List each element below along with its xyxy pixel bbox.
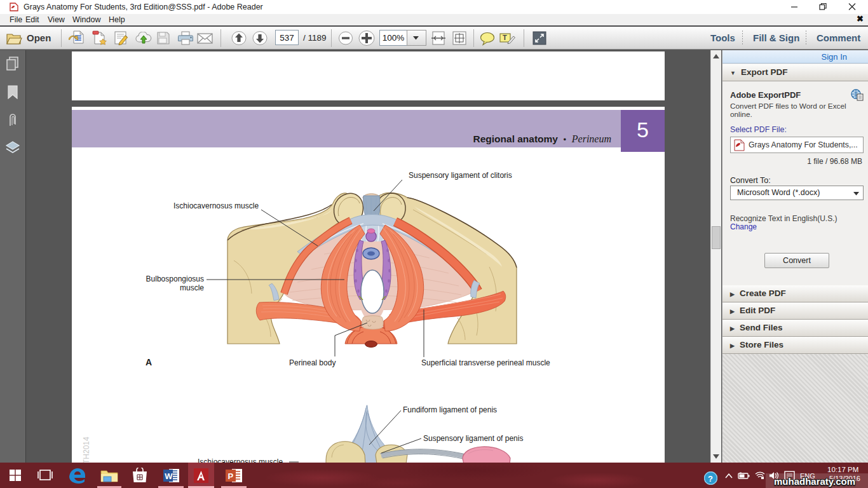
svg-text:muscle: muscle [180,283,204,292]
svg-text:Bulbospongiosus: Bulbospongiosus [146,274,204,283]
svg-text:Ischiocavernosus muscle: Ischiocavernosus muscle [198,458,283,463]
svg-text:P: P [228,471,234,481]
svg-text:T: T [503,34,507,41]
svg-text:?: ? [708,474,713,484]
svg-text:Perineal body: Perineal body [289,358,336,367]
svg-text:A: A [146,357,152,367]
svg-text:Superficial transverse perinea: Superficial transverse perineal muscle [421,358,550,367]
svg-text:Ischiocavernosus muscle: Ischiocavernosus muscle [173,201,259,210]
svg-text:Suspensory ligament of clitori: Suspensory ligament of clitoris [409,171,512,180]
svg-text:Suspensory ligament of penis: Suspensory ligament of penis [423,434,523,443]
svg-text:W: W [165,471,173,481]
svg-text:Fundiform ligament of penis: Fundiform ligament of penis [403,405,497,414]
